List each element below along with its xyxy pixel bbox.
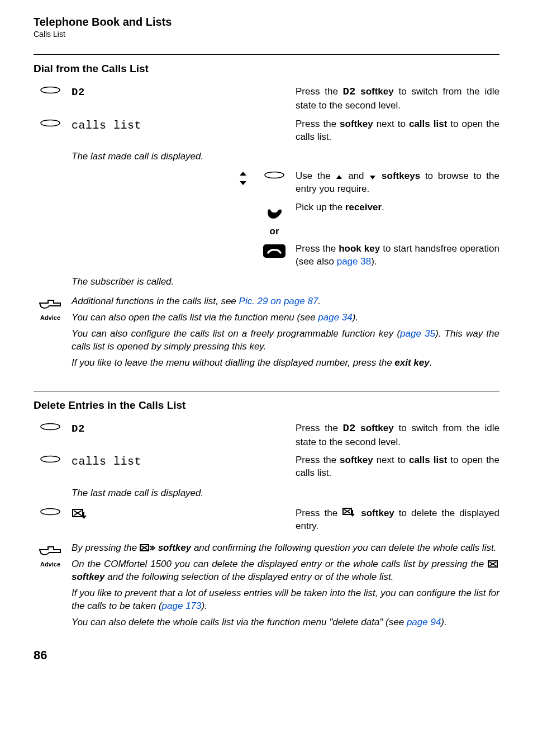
or-text: or [258,225,291,237]
page-link[interactable]: page 35 [400,328,435,339]
header: Telephone Book and Lists Calls List [34,16,499,39]
italic-note: The subscriber is called. [72,274,253,290]
step-row: The subscriber is called. [34,274,499,290]
step-row: D2 Press the D2 softkey to switch from t… [34,85,499,112]
step-text: Press the softkey next to calls list to … [296,454,499,480]
svg-point-4 [41,423,60,429]
page-link[interactable]: page 38 [337,256,371,267]
step-row: D2 Press the D2 softkey to switch from t… [34,422,499,449]
delete-entry-icon [72,507,253,523]
header-subtitle: Calls List [34,30,499,39]
step-text: Press the D2 softkey to switch from the … [296,422,499,449]
divider [34,391,499,391]
step-row: or [34,225,499,237]
svg-point-5 [41,456,60,462]
up-arrow-icon [335,174,343,181]
step-row: The last made call is displayed. [34,485,499,501]
step-text: Press the softkey to delete the displaye… [296,507,499,533]
advice-icon-col: Advice [34,295,67,373]
advice-icon-col: Advice [34,542,67,632]
section-delete-title: Delete Entries in the Calls List [34,399,499,412]
step-row: Press the hook key to start handsfree op… [34,243,499,268]
delete-entry-icon [342,507,356,518]
svg-point-0 [41,87,60,93]
divider [34,54,499,55]
softkey-oval-icon [34,454,67,463]
calls-list-label: calls list [72,118,253,132]
hand-pointing-icon [38,542,63,557]
page-link[interactable]: page 94 [407,617,441,627]
d2-label: D2 [72,85,253,98]
step-text: Use the and softkeys to browse to the en… [296,170,499,196]
header-title: Telephone Book and Lists [34,16,499,29]
hook-key-icon [258,243,291,258]
advice-label: Advice [34,561,67,568]
step-row: Pick up the receiver. [34,201,499,219]
step-row: The last made call is displayed. [34,149,499,164]
softkey-oval-icon [258,170,291,179]
italic-note: The last made call is displayed. [72,485,253,501]
svg-point-6 [41,509,60,515]
page-link[interactable]: page 34 [318,312,352,323]
advice-block: Advice By pressing the softkey and confi… [34,542,499,632]
d2-label: D2 [72,422,253,435]
advice-text: Additional functions in the calls list, … [72,295,499,373]
softkey-oval-icon [34,85,67,94]
page-number: 86 [34,648,499,663]
page-link[interactable]: page 173 [162,601,202,611]
page-link[interactable]: Pic. 29 on page 87 [239,296,318,306]
page: Telephone Book and Lists Calls List Dial… [0,0,533,679]
step-text: Pick up the receiver. [296,201,499,214]
step-text: Press the softkey next to calls list to … [296,118,499,144]
delete-icon [487,560,499,569]
softkey-oval-icon [34,118,67,127]
section-dial-title: Dial from the Calls List [34,63,499,75]
updown-icon [72,170,253,189]
d2-icon: D2 [343,86,356,98]
softkey-oval-icon [34,422,67,431]
italic-note: The last made call is displayed. [72,149,253,164]
step-text: Press the hook key to start handsfree op… [296,243,499,268]
svg-point-1 [41,120,60,126]
hand-pointing-icon [38,295,63,311]
d2-icon: D2 [343,422,356,434]
down-arrow-icon [369,174,377,181]
advice-label: Advice [34,314,67,321]
delete-all-icon [140,544,155,552]
svg-point-2 [265,172,284,178]
step-row: calls list Press the softkey next to cal… [34,118,499,144]
step-row: calls list Press the softkey next to cal… [34,454,499,480]
calls-list-label: calls list [72,454,253,468]
advice-block: Advice Additional functions in the calls… [34,295,499,373]
advice-text: By pressing the softkey and confirming t… [72,542,499,632]
svg-rect-3 [263,244,285,258]
step-row: Press the softkey to delete the displaye… [34,507,499,533]
step-text: Press the D2 softkey to switch from the … [296,85,499,112]
softkey-oval-icon [34,507,67,516]
receiver-icon [258,201,291,219]
step-row: Use the and softkeys to browse to the en… [34,170,499,196]
